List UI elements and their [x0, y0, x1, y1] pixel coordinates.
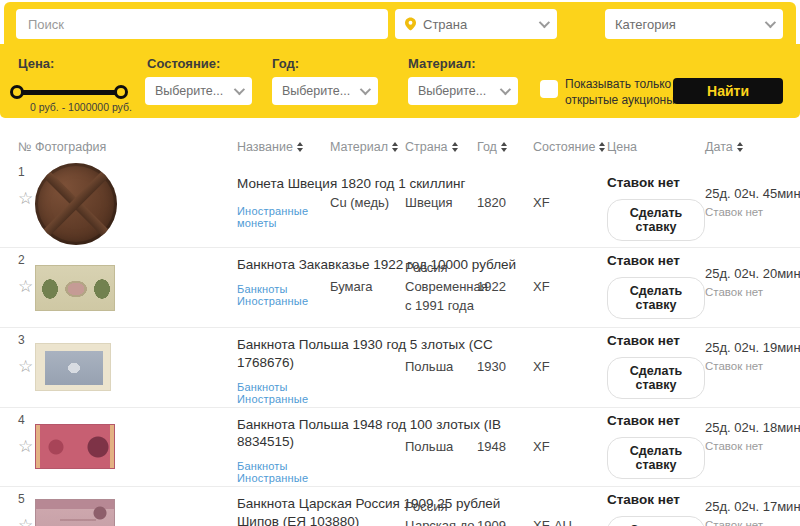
year-select[interactable]: Выберите... — [272, 77, 378, 105]
row-number: 3 — [18, 333, 25, 347]
item-year: 1909 — [477, 517, 533, 526]
time-left: 25д. 02ч. 17мин. — [705, 499, 800, 514]
item-photo[interactable] — [35, 499, 115, 526]
item-country: Россия Царская до 1917 года — [405, 498, 477, 526]
price-range-slider[interactable] — [10, 85, 128, 99]
item-year: 1948 — [477, 438, 533, 457]
column-header[interactable]: Название — [237, 140, 330, 154]
open-auctions-checkbox[interactable] — [540, 80, 558, 98]
item-category-link[interactable]: Банкноты Иностранные — [237, 460, 330, 484]
bid-note: Ставок нет — [705, 519, 800, 526]
make-bid-button[interactable]: Сделать ставку — [607, 277, 705, 319]
favorite-star-icon[interactable]: ☆ — [18, 358, 33, 375]
favorite-star-icon[interactable]: ☆ — [18, 190, 33, 207]
column-header-label: Страна — [405, 140, 448, 154]
chevron-down-icon — [360, 84, 371, 95]
row-number: 1 — [18, 165, 25, 179]
column-header[interactable]: Фотография — [35, 140, 237, 154]
item-title[interactable]: Банкнота Закавказье 1922 год 10000 рубле… — [237, 256, 529, 274]
category-select[interactable]: Категория — [605, 9, 783, 39]
item-year: 1930 — [477, 358, 533, 377]
material-label: Материал: — [408, 56, 476, 71]
item-title[interactable]: Монета Швеция 1820 год 1 скиллинг — [237, 175, 529, 193]
item-photo[interactable] — [35, 343, 111, 391]
item-country: Россия Современная с 1991 года — [405, 259, 477, 316]
condition-label: Состояние: — [147, 56, 220, 71]
time-left: 25д. 02ч. 45мин. — [705, 186, 800, 201]
condition-select[interactable]: Выберите... — [145, 77, 252, 105]
item-condition: XF — [533, 194, 607, 213]
category-select-value: Категория — [615, 17, 757, 32]
country-select-value: Страна — [423, 17, 531, 32]
column-header[interactable]: Дата — [705, 140, 792, 154]
item-country: Польша — [405, 438, 477, 457]
bid-note: Ставок нет — [705, 440, 800, 452]
bid-status: Ставок нет — [607, 253, 705, 268]
table-row: 3 ☆ Банкнота Польша 1930 год 5 злотых (С… — [0, 328, 800, 408]
item-material: Бумага — [330, 278, 405, 297]
favorite-star-icon[interactable]: ☆ — [18, 278, 33, 295]
item-category-link[interactable]: Банкноты Иностранные — [237, 381, 330, 405]
time-left: 25д. 02ч. 20мин. — [705, 266, 800, 281]
item-photo[interactable] — [35, 265, 115, 311]
table-header-row: № Фотография Название Материал Страна Го… — [0, 130, 800, 160]
column-header-label: Цена — [607, 140, 637, 154]
item-category-link[interactable]: Банкноты Иностранные — [237, 283, 330, 307]
table-row: 1 ☆ Монета Швеция 1820 год 1 скиллинг Ин… — [0, 160, 800, 248]
item-year: 1820 — [477, 194, 533, 213]
column-header-label: Год — [477, 140, 497, 154]
column-header[interactable]: Цена — [607, 140, 705, 154]
sort-icon[interactable] — [599, 142, 605, 152]
column-header[interactable]: № — [18, 140, 35, 154]
search-button[interactable]: Найти — [673, 78, 783, 104]
column-header[interactable]: Год — [477, 140, 533, 154]
make-bid-button[interactable]: Сделать ставку — [607, 357, 705, 399]
column-header-label: Состояние — [533, 140, 595, 154]
table-row: 2 ☆ Банкнота Закавказье 1922 год 10000 р… — [0, 248, 800, 328]
slider-handle-max[interactable] — [114, 85, 128, 99]
column-header[interactable]: Материал — [330, 140, 405, 154]
item-country: Швеция — [405, 194, 477, 213]
price-range-text: 0 руб. - 1000000 руб. — [30, 101, 132, 113]
row-number: 5 — [18, 492, 25, 506]
make-bid-button[interactable]: Сделать ставку — [607, 516, 705, 526]
row-number: 4 — [18, 413, 25, 427]
open-auctions-label: Показывать только открытые аукционы — [565, 77, 687, 108]
make-bid-button[interactable]: Сделать ставку — [607, 199, 705, 241]
search-input[interactable] — [16, 9, 388, 39]
time-left: 25д. 02ч. 19мин. — [705, 340, 800, 355]
bid-note: Ставок нет — [705, 286, 800, 298]
sort-icon[interactable] — [501, 142, 507, 152]
item-condition: XF — [533, 358, 607, 377]
item-material: Cu (медь) — [330, 194, 405, 213]
location-pin-icon — [405, 17, 416, 31]
item-photo[interactable] — [35, 163, 117, 245]
table-row: 4 ☆ Банкнота Польша 1948 год 100 злотых … — [0, 408, 800, 488]
column-header-label: Фотография — [35, 140, 106, 154]
slider-track[interactable] — [16, 90, 122, 95]
item-condition: XF-AU — [533, 517, 607, 526]
make-bid-button[interactable]: Сделать ставку — [607, 437, 705, 479]
chevron-down-icon — [234, 84, 245, 95]
row-number: 2 — [18, 253, 25, 267]
slider-handle-min[interactable] — [10, 85, 24, 99]
sort-icon[interactable] — [392, 142, 398, 152]
time-left: 25д. 02ч. 18мин. — [705, 420, 800, 435]
chevron-down-icon — [765, 17, 776, 28]
bid-status: Ставок нет — [607, 333, 705, 348]
item-category-link[interactable]: Иностранные монеты — [237, 205, 330, 229]
column-header[interactable]: Состояние — [533, 140, 607, 154]
favorite-star-icon[interactable]: ☆ — [18, 438, 33, 455]
item-photo[interactable] — [35, 424, 115, 469]
bid-status: Ставок нет — [607, 175, 705, 190]
favorite-star-icon[interactable]: ☆ — [18, 517, 33, 526]
year-select-value: Выберите... — [282, 84, 352, 98]
sort-icon[interactable] — [737, 142, 743, 152]
chevron-down-icon — [539, 17, 550, 28]
country-select[interactable]: Страна — [395, 9, 557, 39]
sort-icon[interactable] — [297, 142, 303, 152]
material-select[interactable]: Выберите... — [408, 77, 518, 105]
column-header[interactable]: Страна — [405, 140, 477, 154]
column-header-label: № — [18, 140, 31, 154]
sort-icon[interactable] — [452, 142, 458, 152]
